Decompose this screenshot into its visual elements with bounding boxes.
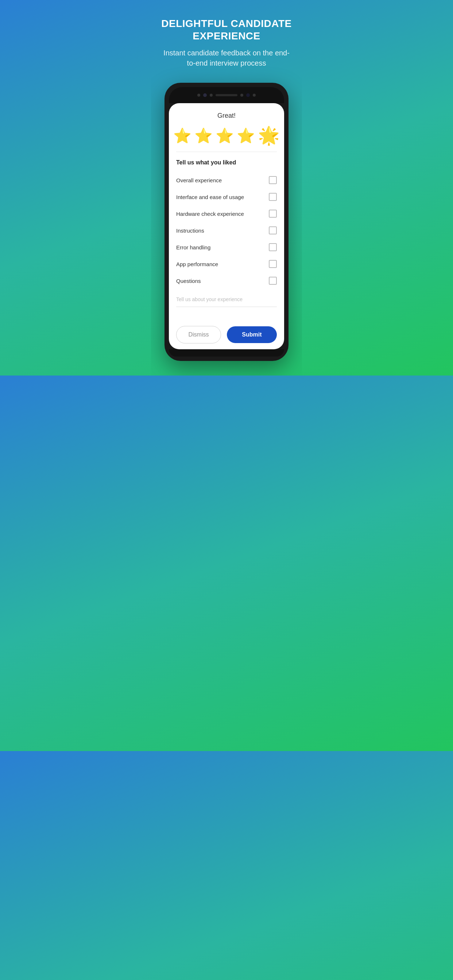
main-title: DELIGHTFUL CANDIDATE EXPERIENCE xyxy=(160,18,293,42)
star-2[interactable]: ⭐ xyxy=(195,128,213,143)
checkbox-label-instructions: Instructions xyxy=(176,228,204,234)
experience-text-input[interactable] xyxy=(176,292,277,307)
checkbox-item-instructions: Instructions xyxy=(176,222,277,239)
submit-button[interactable]: Submit xyxy=(227,326,277,343)
great-label: Great! xyxy=(176,112,277,119)
notch-speaker xyxy=(215,94,238,96)
phone-screen: Great! ⭐ ⭐ ⭐ ⭐ 🌟 Tell us what you liked … xyxy=(169,103,284,349)
checkbox-label-hardware: Hardware check experience xyxy=(176,211,244,217)
checkbox-error[interactable] xyxy=(269,243,277,251)
checkbox-label-overall: Overall experience xyxy=(176,177,222,183)
checkbox-instructions[interactable] xyxy=(269,226,277,234)
checkbox-label-questions: Questions xyxy=(176,278,201,284)
checkbox-item-error: Error handling xyxy=(176,239,277,256)
tell-us-title: Tell us what you liked xyxy=(176,159,277,166)
checkbox-performance[interactable] xyxy=(269,260,277,268)
notch-dot-3 xyxy=(240,94,243,97)
stars-row: ⭐ ⭐ ⭐ ⭐ 🌟 xyxy=(176,126,277,146)
phone-mockup: Great! ⭐ ⭐ ⭐ ⭐ 🌟 Tell us what you liked … xyxy=(164,83,289,361)
star-5-animated[interactable]: 🌟 xyxy=(258,126,280,146)
screen-content: Great! ⭐ ⭐ ⭐ ⭐ 🌟 Tell us what you liked … xyxy=(169,103,284,319)
checkbox-item-questions: Questions xyxy=(176,272,277,289)
phone-notch-bar xyxy=(169,87,284,103)
checkbox-item-performance: App performance xyxy=(176,256,277,272)
checkbox-item-overall: Overall experience xyxy=(176,172,277,188)
checkbox-interface[interactable] xyxy=(269,193,277,201)
dismiss-button[interactable]: Dismiss xyxy=(176,326,221,344)
header-section: DELIGHTFUL CANDIDATE EXPERIENCE Instant … xyxy=(151,0,302,77)
subtitle: Instant candidate feedback on the end-to… xyxy=(160,48,293,68)
checkbox-label-interface: Interface and ease of usage xyxy=(176,194,244,200)
tell-us-section: Tell us what you liked Overall experienc… xyxy=(176,159,277,307)
rating-section: Great! ⭐ ⭐ ⭐ ⭐ 🌟 xyxy=(176,112,277,152)
checkbox-label-performance: App performance xyxy=(176,261,218,267)
checkbox-hardware[interactable] xyxy=(269,210,277,218)
checkbox-item-interface: Interface and ease of usage xyxy=(176,188,277,205)
notch-dot-2 xyxy=(210,94,213,97)
notch-dot-4 xyxy=(253,94,256,97)
phone-bottom-bar xyxy=(169,349,284,356)
notch-dot-1 xyxy=(197,94,200,97)
checkbox-overall[interactable] xyxy=(269,176,277,184)
star-4[interactable]: ⭐ xyxy=(237,128,255,143)
button-row: Dismiss Submit xyxy=(169,319,284,349)
checkbox-questions[interactable] xyxy=(269,277,277,285)
notch-camera xyxy=(246,93,250,97)
star-3[interactable]: ⭐ xyxy=(215,128,234,143)
checkbox-item-hardware: Hardware check experience xyxy=(176,205,277,222)
checkbox-label-error: Error handling xyxy=(176,244,211,250)
star-1[interactable]: ⭐ xyxy=(173,128,191,143)
notch-front-sensor xyxy=(203,93,207,97)
